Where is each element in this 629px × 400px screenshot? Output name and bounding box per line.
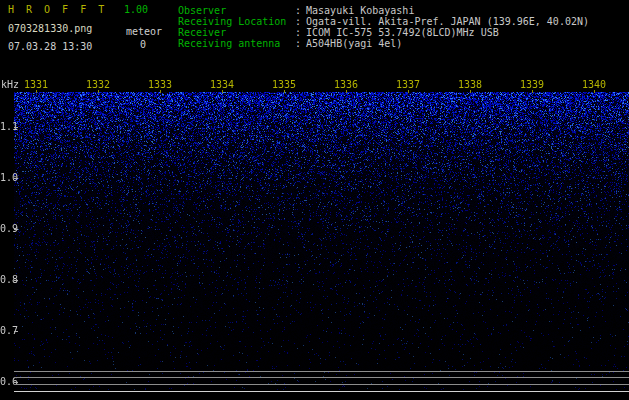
time-axis-tick: [160, 90, 161, 93]
info-row-receiver: Receiver : ICOM IC-575 53.7492(8LCD)MHz …: [178, 27, 589, 38]
info-row-antenna: Receiving antenna : A504HB(yagi 4el): [178, 38, 589, 49]
info-label: Observer: [178, 5, 295, 16]
level-graph-baseline: [14, 391, 629, 392]
time-axis-label: 1336: [334, 79, 358, 90]
time-axis-tick: [98, 90, 99, 93]
time-axis-tick: [594, 90, 595, 93]
time-axis-label: 1335: [272, 79, 296, 90]
frequency-axis-label: 1.1: [0, 121, 12, 132]
info-separator: :: [295, 16, 301, 27]
time-axis-label: 1340: [582, 79, 606, 90]
time-axis-label: 1337: [396, 79, 420, 90]
time-axis-label: 1331: [24, 79, 48, 90]
info-label: Receiver: [178, 27, 295, 38]
frequency-axis-label: 0.6: [0, 376, 12, 387]
info-value: ICOM IC-575 53.7492(8LCD)MHz USB: [306, 27, 499, 38]
level-graph-gridline: [14, 377, 629, 378]
time-axis-tick: [284, 90, 285, 93]
output-filename: 0703281330.png: [8, 23, 92, 34]
level-graph-gridline: [14, 384, 629, 385]
info-separator: :: [295, 27, 301, 38]
time-axis-label: 1339: [520, 79, 544, 90]
time-axis-tick: [222, 90, 223, 93]
time-axis: 1331133213331334133513361337133813391340: [0, 79, 629, 95]
frequency-axis-label: 0.8: [0, 274, 12, 285]
spectrogram-noise-canvas: [14, 92, 629, 390]
app-title: H R O F F T: [8, 4, 107, 15]
time-axis-label: 1333: [148, 79, 172, 90]
info-value: Ogata-vill. Akita-Pref. JAPAN (139.96E, …: [306, 16, 589, 27]
info-value: A504HB(yagi 4el): [306, 38, 402, 49]
time-axis-label: 1338: [458, 79, 482, 90]
info-label: Receiving Location: [178, 16, 295, 27]
frequency-unit-label: kHz: [1, 79, 19, 90]
level-graph-gridline: [14, 371, 629, 372]
info-separator: :: [295, 38, 301, 49]
time-axis-label: 1334: [210, 79, 234, 90]
time-axis-label: 1332: [86, 79, 110, 90]
mode-label: meteor: [126, 26, 162, 37]
time-axis-tick: [346, 90, 347, 93]
info-value: Masayuki Kobayashi: [306, 5, 414, 16]
frequency-axis-label: 0.9: [0, 223, 12, 234]
time-axis-tick: [36, 90, 37, 93]
frequency-axis-label: 1.0: [0, 172, 12, 183]
time-axis-tick: [408, 90, 409, 93]
frequency-axis-label: 0.7: [0, 325, 12, 336]
time-axis-tick: [470, 90, 471, 93]
app-version: 1.00: [124, 4, 148, 15]
info-row-observer: Observer : Masayuki Kobayashi: [178, 5, 589, 16]
datetime: 07.03.28 13:30: [8, 41, 92, 52]
info-separator: :: [295, 5, 301, 16]
observation-info: Observer : Masayuki Kobayashi Receiving …: [178, 5, 589, 49]
meteor-count: 0: [140, 39, 146, 50]
time-axis-tick: [532, 90, 533, 93]
info-row-location: Receiving Location : Ogata-vill. Akita-P…: [178, 16, 589, 27]
info-label: Receiving antenna: [178, 38, 295, 49]
